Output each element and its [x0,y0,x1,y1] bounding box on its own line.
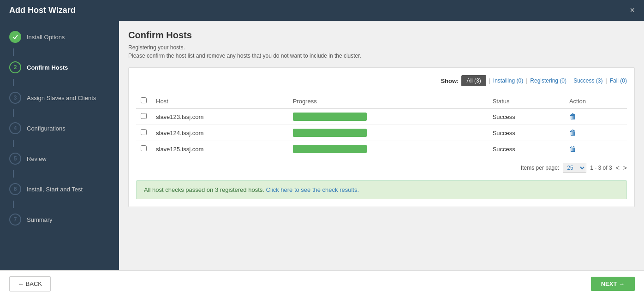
row-progress [288,141,488,157]
page-subtitle: Registering your hosts. Please confirm t… [128,43,635,60]
row-checkbox-0[interactable] [141,113,147,119]
connector-3-4 [13,109,14,117]
table-row: slave125.tssj.com Success 🗑 [136,141,627,157]
show-label: Show: [441,77,459,84]
row-status: Success [488,125,565,141]
sidebar-item-configurations[interactable]: 4 Configurations [0,117,119,140]
col-checkbox-header [136,94,151,109]
sidebar: Install Options 2 Confirm Hosts 3 Assign… [0,21,119,270]
modal-header: Add Host Wizard × [0,0,644,21]
hosts-table: Host Progress Status Action slave123.tss… [136,94,627,157]
filter-bar: Show: All (3) | Installing (0) | Registe… [136,75,627,86]
pagination-bar: Items per page: 25 50 100 1 - 3 of 3 < > [136,163,627,173]
notice-link[interactable]: Click here to see the check results. [266,186,359,193]
step-label-1: Install Options [27,34,65,41]
sep3: | [569,77,571,84]
select-all-checkbox[interactable] [141,97,147,103]
next-page-button[interactable]: > [623,164,627,172]
sidebar-item-assign-slaves[interactable]: 3 Assign Slaves and Clients [0,86,119,109]
back-button[interactable]: ← BACK [9,276,51,291]
step-circle-6: 6 [9,183,21,195]
step-label-7: Summary [27,216,53,223]
row-host: slave123.tssj.com [151,109,288,125]
row-checkbox-2[interactable] [141,145,147,151]
filter-installing-link[interactable]: Installing (0) [493,77,523,84]
progress-bar-fill [293,129,367,137]
step-label-6: Install, Start and Test [27,186,83,193]
row-status: Success [488,141,565,157]
col-action-header: Action [565,94,627,109]
filter-fail-link[interactable]: Fail (0) [610,77,627,84]
row-progress [288,109,488,125]
sidebar-item-confirm-hosts[interactable]: 2 Confirm Hosts [0,56,119,79]
step-circle-1 [9,31,21,43]
progress-bar-container [293,145,367,153]
progress-bar-fill [293,113,367,121]
step-circle-5: 5 [9,153,21,165]
table-row: slave123.tssj.com Success 🗑 [136,109,627,125]
modal-footer: ← BACK NEXT → [0,270,644,297]
modal-body: Install Options 2 Confirm Hosts 3 Assign… [0,21,644,270]
connector-6-7 [13,201,14,208]
sep2: | [526,77,527,84]
subtitle-line1: Registering your hosts. [128,44,185,51]
step-circle-4: 4 [9,122,21,134]
table-header-row: Host Progress Status Action [136,94,627,109]
row-checkbox-cell [136,109,151,125]
col-status-header: Status [488,94,565,109]
next-button[interactable]: NEXT → [591,277,635,291]
success-notice: All host checks passed on 3 registered h… [136,180,627,199]
delete-icon[interactable]: 🗑 [569,129,577,137]
sep1: | [489,77,490,84]
sidebar-item-install-options[interactable]: Install Options [0,25,119,48]
row-action: 🗑 [565,141,627,157]
step-label-3: Assign Slaves and Clients [27,95,96,101]
notice-text: All host checks passed on 3 registered h… [144,186,264,193]
delete-icon[interactable]: 🗑 [569,113,577,120]
col-progress-header: Progress [288,94,488,109]
sidebar-item-summary[interactable]: 7 Summary [0,208,119,231]
delete-icon[interactable]: 🗑 [569,145,577,153]
sep4: | [606,77,607,84]
filter-success-link[interactable]: Success (3) [573,77,602,84]
row-status: Success [488,109,565,125]
row-host: slave124.tssj.com [151,125,288,141]
row-checkbox-cell [136,141,151,157]
step-label-5: Review [27,155,47,162]
step-circle-3: 3 [9,92,21,104]
row-action: 🗑 [565,125,627,141]
main-card: Show: All (3) | Installing (0) | Registe… [128,67,635,207]
connector-2-3 [13,79,14,86]
connector-5-6 [13,170,14,178]
step-label-2: Confirm Hosts [27,64,68,71]
progress-bar-container [293,113,367,121]
row-checkbox-1[interactable] [141,129,147,135]
row-host: slave125.tssj.com [151,141,288,157]
filter-registering-link[interactable]: Registering (0) [530,77,566,84]
prev-page-button[interactable]: < [616,164,620,172]
step-circle-2: 2 [9,61,21,73]
row-progress [288,125,488,141]
step-label-4: Configurations [27,125,66,132]
connector-4-5 [13,140,14,147]
col-host-header: Host [151,94,288,109]
step-circle-7: 7 [9,214,21,226]
sidebar-item-review[interactable]: 5 Review [0,147,119,170]
content-area: Confirm Hosts Registering your hosts. Pl… [119,21,644,270]
subtitle-line2: Please confirm the host list and remove … [128,53,361,59]
sidebar-item-install-start-test[interactable]: 6 Install, Start and Test [0,178,119,201]
row-checkbox-cell [136,125,151,141]
table-row: slave124.tssj.com Success 🗑 [136,125,627,141]
per-page-label: Items per page: [521,165,559,171]
filter-all-button[interactable]: All (3) [461,75,486,86]
page-title: Confirm Hosts [128,30,635,41]
modal-container: Add Host Wizard × Install Options 2 Conf… [0,0,644,297]
modal-title: Add Host Wizard [9,6,76,15]
connector-1-2 [13,48,14,56]
page-range: 1 - 3 of 3 [590,165,612,171]
progress-bar-fill [293,145,367,153]
close-button[interactable]: × [630,6,635,15]
row-action: 🗑 [565,109,627,125]
progress-bar-container [293,129,367,137]
per-page-select[interactable]: 25 50 100 [563,163,586,173]
